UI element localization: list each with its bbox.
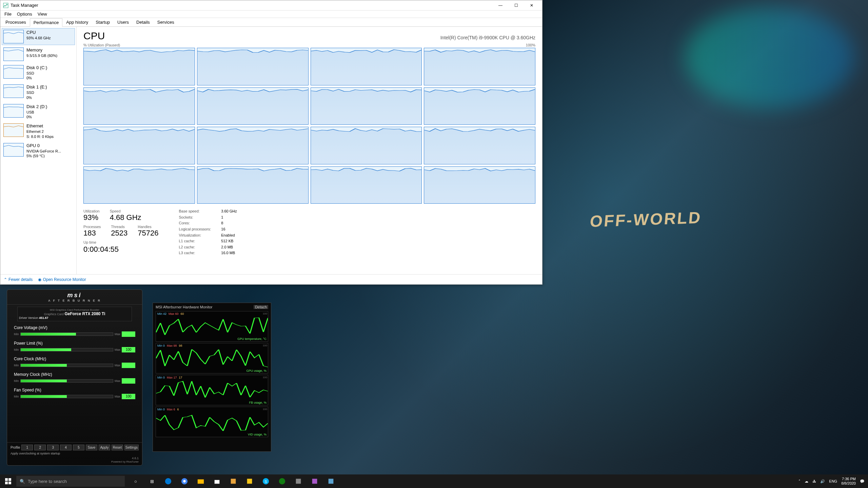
tab-app-history[interactable]: App history (62, 18, 92, 26)
sidebar-item-cpu[interactable]: CPU93% 4.68 GHz (2, 28, 75, 45)
slider-track[interactable] (20, 379, 113, 383)
skype-icon[interactable]: S (258, 474, 274, 488)
slider-value[interactable] (122, 331, 135, 337)
hw-graph-gpu-temperature-c[interactable]: Min 42Max 6060 GPU temperature, °C 100 (156, 311, 268, 342)
minimize-button[interactable]: — (493, 0, 508, 11)
clock[interactable]: 7:36 PM 8/8/2020 (841, 477, 856, 486)
stat-handles-label: Handles (138, 225, 158, 229)
notifications-icon[interactable]: 💬 (860, 479, 865, 484)
wallpaper-sign: OFF-WORLD (589, 208, 703, 230)
edge-icon[interactable] (160, 474, 176, 488)
tray-lang[interactable]: ENG (829, 479, 837, 483)
hw-graph-fb-usage-[interactable]: Min 0Max 1717 FB usage, % 100 (156, 375, 268, 405)
chrome-icon[interactable] (176, 474, 193, 488)
taskbar: 🔍 Type here to search ○ ⊞ S ˄ ☁ 🖧 🔊 ENG … (0, 474, 868, 488)
svg-marker-14 (197, 168, 308, 203)
fewer-details-link[interactable]: ⌃Fewer details (4, 277, 33, 282)
titlebar[interactable]: Task Manager — ☐ ✕ (0, 0, 542, 11)
profile-5[interactable]: 5 (73, 445, 84, 450)
page-title: CPU (83, 30, 105, 42)
window-title: Task Manager (11, 3, 38, 8)
svg-rect-31 (296, 479, 301, 484)
profile-4[interactable]: 4 (60, 445, 72, 450)
sidebar-item-ethernet[interactable]: EthernetEthernet 2S: 8.0 R: 0 Kbps (2, 122, 75, 140)
svg-marker-12 (424, 128, 535, 164)
spec-value: 512 KB (221, 239, 237, 244)
tab-processes[interactable]: Processes (2, 18, 30, 26)
tab-details[interactable]: Details (133, 18, 154, 26)
sidebar-item-disk-2-d-[interactable]: Disk 2 (D:)USB0% (2, 102, 75, 121)
app-icon-3[interactable] (290, 474, 307, 488)
maximize-button[interactable]: ☐ (508, 0, 524, 11)
app-icon-1[interactable] (225, 474, 241, 488)
profile-3[interactable]: 3 (47, 445, 59, 450)
hw-graph-gpu-usage-[interactable]: Min 0Max 9898 GPU usage, % 100 (156, 343, 268, 373)
reset-button[interactable]: Reset (112, 445, 123, 450)
save-button[interactable]: Save (86, 445, 97, 450)
afterburner-taskbar-icon[interactable] (307, 474, 323, 488)
slider-track[interactable] (20, 395, 113, 398)
menu-view[interactable]: View (35, 11, 50, 17)
tab-services[interactable]: Services (154, 18, 178, 26)
profile-2[interactable]: 2 (34, 445, 46, 450)
sidebar-thumb (3, 143, 24, 157)
msi-logo: msi A F T E R B U R N E R (7, 290, 142, 305)
slider-value[interactable] (122, 378, 135, 384)
tab-users[interactable]: Users (114, 18, 133, 26)
msi-hw-monitor-window[interactable]: MSI Afterburner Hardware MonitorDetach M… (153, 303, 271, 452)
svg-rect-32 (312, 479, 317, 484)
cpu-core-graph-12 (83, 166, 195, 204)
slider-track[interactable] (20, 348, 113, 351)
app-icon-2[interactable] (241, 474, 258, 488)
apply-button[interactable]: Apply (99, 445, 110, 450)
cpu-core-graph-14 (311, 166, 422, 204)
close-button[interactable]: ✕ (524, 0, 539, 11)
task-view-icon[interactable]: ⊞ (144, 474, 160, 488)
store-icon[interactable] (209, 474, 225, 488)
msi-afterburner-window[interactable]: msi A F T E R B U R N E R MSI Graphics C… (7, 289, 142, 466)
tray-chevron-icon[interactable]: ˄ (798, 479, 801, 484)
perf-sidebar: CPU93% 4.68 GHz Memory9.5/15.9 GB (60%) … (0, 27, 77, 274)
sidebar-thumb (3, 104, 24, 118)
hw-graph-vid-usage-[interactable]: Min 0Max 66 VID usage, % 100 (156, 407, 268, 437)
menu-options[interactable]: Options (14, 11, 35, 17)
stat-uptime-label: Up time (83, 240, 159, 244)
open-resmon-link[interactable]: ◉Open Resource Monitor (38, 277, 86, 282)
svg-marker-13 (84, 168, 195, 203)
tab-performance[interactable]: Performance (30, 18, 62, 27)
slider-value[interactable]: 100 (122, 394, 135, 399)
sidebar-item-gpu-0[interactable]: GPU 0NVIDIA GeForce R...5% (59 °C) (2, 141, 75, 160)
spec-label: L2 cache: (179, 245, 211, 250)
sidebar-item-disk-0-c-[interactable]: Disk 0 (C:)SSD0% (2, 63, 75, 82)
sidebar-item-memory[interactable]: Memory9.5/15.9 GB (60%) (2, 46, 75, 63)
detach-button[interactable]: Detach (254, 305, 268, 309)
slider-fan-speed-: Fan Speed (%) Min Max 100 (14, 388, 135, 399)
sidebar-thumb (3, 123, 24, 137)
settings-button[interactable]: Settings (124, 445, 139, 450)
startup-toggle[interactable]: Apply overclocking at system startup (11, 452, 139, 455)
slider-value[interactable] (122, 363, 135, 368)
menubar: File Options View (0, 11, 542, 18)
svg-point-30 (279, 478, 285, 484)
tray-volume-icon[interactable]: 🔊 (820, 479, 825, 484)
tray-onedrive-icon[interactable]: ☁ (805, 479, 808, 484)
menu-file[interactable]: File (2, 11, 14, 17)
cpu-core-graphs[interactable] (83, 48, 535, 204)
spec-label: L3 cache: (179, 251, 211, 256)
tray-network-icon[interactable]: 🖧 (812, 479, 816, 483)
tab-startup[interactable]: Startup (92, 18, 114, 26)
chevron-up-icon: ⌃ (4, 277, 7, 282)
start-button[interactable] (0, 474, 16, 488)
explorer-icon[interactable] (193, 474, 209, 488)
search-box[interactable]: 🔍 Type here to search (16, 476, 125, 487)
cortana-icon[interactable]: ○ (127, 474, 144, 488)
slider-value[interactable]: 100 (122, 347, 135, 352)
task-manager-taskbar-icon[interactable] (323, 474, 339, 488)
slider-track[interactable] (20, 364, 113, 367)
profile-1[interactable]: 1 (21, 445, 33, 450)
slider-track[interactable] (20, 332, 113, 336)
svg-point-21 (165, 478, 171, 484)
stat-handles-value: 75726 (138, 229, 158, 238)
sidebar-item-disk-1-e-[interactable]: Disk 1 (E:)SSD0% (2, 83, 75, 101)
xbox-icon[interactable] (274, 474, 290, 488)
